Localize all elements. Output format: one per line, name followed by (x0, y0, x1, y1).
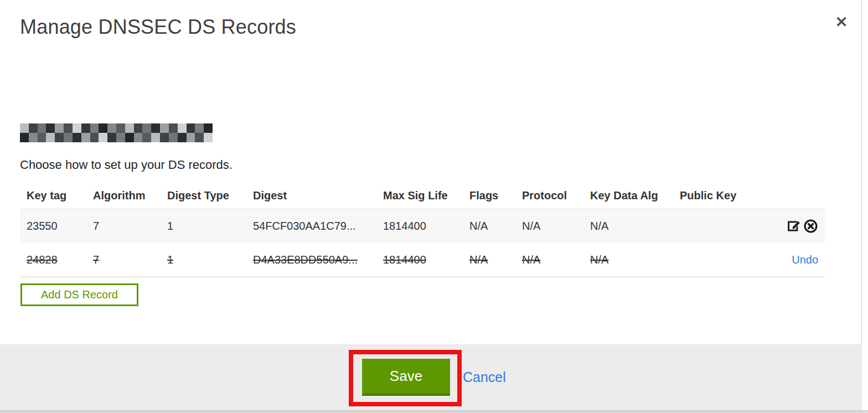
row-actions (680, 218, 825, 234)
annotation-red-highlight-box: Save (349, 350, 462, 406)
table-row: 23550 7 1 54FCF030AA1C79... 1814400 N/A … (20, 209, 825, 243)
cell-digest: 54FCF030AA1C79... (253, 220, 356, 232)
cell-digest-type: 1 (167, 254, 173, 266)
col-header-key-tag: Key tag (20, 183, 86, 209)
col-header-algorithm: Algorithm (86, 183, 161, 209)
cell-max-sig-life: 1814400 (383, 254, 426, 266)
cell-key-data-alg: N/A (590, 254, 608, 266)
cell-protocol: N/A (522, 220, 540, 232)
page-title: Manage DNSSEC DS Records (20, 16, 296, 39)
cell-digest-type: 1 (167, 220, 173, 232)
save-button[interactable]: Save (362, 359, 450, 396)
row-actions: Undo (680, 254, 825, 266)
cell-key-tag: 24828 (27, 254, 58, 266)
add-ds-record-button[interactable]: Add DS Record (20, 283, 138, 306)
cell-digest: D4A33E8DD550A9... (253, 254, 358, 266)
col-header-digest: Digest (246, 183, 376, 209)
page-background-strip (0, 410, 868, 413)
close-icon[interactable]: ✕ (830, 11, 852, 33)
col-header-digest-type: Digest Type (161, 183, 246, 209)
delete-icon[interactable] (803, 218, 818, 234)
cell-key-tag: 23550 (27, 220, 58, 232)
col-header-max-sig-life: Max Sig Life (376, 183, 463, 209)
ds-records-table: Key tag Algorithm Digest Type Digest Max… (20, 183, 825, 277)
cell-flags: N/A (469, 254, 488, 266)
cell-algorithm: 7 (93, 220, 99, 232)
col-header-key-data-alg: Key Data Alg (583, 183, 673, 209)
col-header-flags: Flags (463, 183, 515, 209)
cell-flags: N/A (469, 220, 488, 232)
cell-max-sig-life: 1814400 (383, 220, 426, 232)
cell-key-data-alg: N/A (590, 220, 608, 232)
col-header-protocol: Protocol (515, 183, 583, 209)
table-header-row: Key tag Algorithm Digest Type Digest Max… (20, 183, 825, 209)
instruction-text: Choose how to set up your DS records. (20, 158, 232, 172)
modal-footer: Save Cancel (0, 344, 862, 410)
table-row-deleted: 24828 7 1 D4A33E8DD550A9... 1814400 N/A … (20, 243, 825, 277)
col-header-public-key: Public Key (673, 183, 825, 209)
manage-dnssec-modal: Manage DNSSEC DS Records ✕ Choose how to… (0, 0, 862, 410)
cell-algorithm: 7 (93, 254, 99, 266)
edit-icon[interactable] (786, 218, 802, 234)
cancel-link[interactable]: Cancel (463, 369, 506, 385)
undo-link[interactable]: Undo (792, 254, 818, 266)
redacted-domain-name (20, 123, 213, 142)
cell-protocol: N/A (522, 254, 540, 266)
